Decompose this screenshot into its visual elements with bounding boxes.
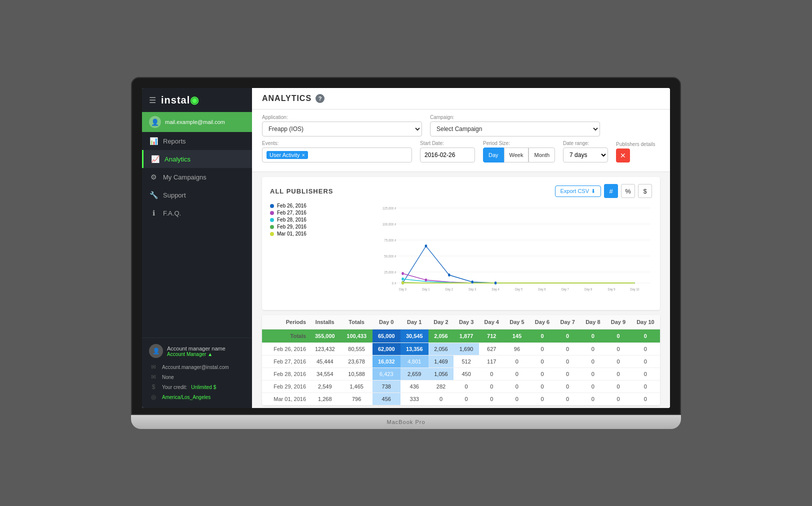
start-date-filter: Start Date: <box>420 140 475 162</box>
period-label: Feb 29, 2016 <box>262 380 309 393</box>
sidebar-item-support[interactable]: 🔧 Support <box>142 186 252 204</box>
application-select[interactable]: Freapp (IOS) <box>262 122 422 136</box>
svg-point-25 <box>448 274 450 276</box>
day6-value: 0 <box>530 356 555 368</box>
day1-value: 4,801 <box>400 356 428 368</box>
day10-value: 0 <box>631 380 660 393</box>
user-icon: 👤 <box>149 116 161 128</box>
export-csv-button[interactable]: Export CSV ⬇ <box>555 186 601 197</box>
period-day-button[interactable]: Day <box>483 148 504 162</box>
timezone-icon: ◎ <box>149 394 158 400</box>
day4-value: 0 <box>479 380 504 393</box>
col-day2: Day 2 <box>428 315 454 330</box>
sidebar-item-faq[interactable]: ℹ F.A.Q. <box>142 204 252 222</box>
application-label: Application: <box>262 114 422 120</box>
svg-point-27 <box>494 282 497 284</box>
day1-value: 333 <box>400 393 428 406</box>
sidebar: ☰ instal◉ 👤 mail.example@mail.com 📊 Repo… <box>142 88 252 408</box>
svg-text:100,000 #: 100,000 # <box>382 222 396 226</box>
day2-value: 1,469 <box>428 356 454 368</box>
col-day5: Day 5 <box>504 315 530 330</box>
day9-value: 0 <box>606 380 631 393</box>
svg-point-26 <box>471 280 474 284</box>
installs-value: 2,549 <box>309 380 340 393</box>
day8-value: 0 <box>580 368 606 380</box>
day10-value: 0 <box>631 343 660 356</box>
totals-value: 80,555 <box>340 343 372 356</box>
account-manager-sub: Account Manager ▲ <box>167 352 226 357</box>
legend-item-2: Feb 28, 2016 <box>270 217 316 222</box>
table-section: Periods Installs Totals Day 0 Day 1 Day … <box>262 315 660 406</box>
day10-value: 0 <box>631 356 660 368</box>
user-section[interactable]: 👤 mail.example@mail.com <box>142 112 252 132</box>
legend-item-3: Feb 29, 2016 <box>270 224 316 230</box>
sidebar-footer: 👤 Account manager name Account Manager ▲… <box>142 338 252 408</box>
col-day10: Day 10 <box>631 315 660 330</box>
event-tag: User Activity × <box>266 151 308 159</box>
start-date-label: Start Date: <box>420 140 475 146</box>
hamburger-icon[interactable]: ☰ <box>149 96 156 105</box>
dollar-view-button[interactable]: $ <box>638 184 652 198</box>
period-buttons: Day Week Month <box>483 148 555 162</box>
svg-point-28 <box>402 272 404 275</box>
col-day0: Day 0 <box>372 315 400 330</box>
start-date-input[interactable] <box>420 148 475 162</box>
period-label: Mar 01, 2016 <box>262 393 309 406</box>
legend-label-4: Mar 01, 2016 <box>277 231 306 236</box>
support-icon: 🔧 <box>149 191 158 199</box>
day6-value: 0 <box>530 343 555 356</box>
svg-text:Day 2: Day 2 <box>446 287 453 292</box>
day10-value: 0 <box>631 393 660 406</box>
day9-value: 0 <box>606 343 631 356</box>
sidebar-header: ☰ instal◉ <box>142 88 252 112</box>
chart-actions: Export CSV ⬇ # % $ <box>555 184 652 198</box>
day4-value: 0 <box>479 368 504 380</box>
sidebar-item-label: Analytics <box>164 156 190 163</box>
svg-text:75,000 #: 75,000 # <box>384 238 396 242</box>
help-icon[interactable]: ? <box>316 94 324 103</box>
svg-text:125,000 #: 125,000 # <box>382 206 396 210</box>
day1-value: 2,659 <box>400 368 428 380</box>
col-day9: Day 9 <box>606 315 631 330</box>
phone-icon: ✉ <box>149 374 158 380</box>
svg-point-24 <box>424 244 427 248</box>
totals-total: 100,433 <box>340 330 372 343</box>
installs-value: 45,444 <box>309 356 340 368</box>
events-input[interactable]: User Activity × <box>262 148 412 162</box>
svg-text:Day 8: Day 8 <box>584 287 592 292</box>
chart-line-0 <box>402 246 634 283</box>
sidebar-item-analytics[interactable]: 📈 Analytics <box>142 150 252 168</box>
col-day1: Day 1 <box>400 315 428 330</box>
date-range-label: Date range: <box>563 140 608 146</box>
totals-installs: 355,000 <box>309 330 340 343</box>
col-installs: Installs <box>309 315 340 330</box>
day8-value: 0 <box>580 343 606 356</box>
day8-value: 0 <box>580 393 606 406</box>
day7-value: 0 <box>555 380 580 393</box>
day0-value: 738 <box>372 380 400 393</box>
period-week-button[interactable]: Week <box>504 148 529 162</box>
col-periods: Periods <box>262 315 309 330</box>
day4-value: 0 <box>479 393 504 406</box>
legend-dot-4 <box>270 232 274 236</box>
date-range-select[interactable]: 7 days 14 days 30 days <box>563 148 608 162</box>
totals-day7: 0 <box>555 330 580 343</box>
day9-value: 0 <box>606 356 631 368</box>
campaign-select[interactable]: Select Campaign <box>430 122 600 136</box>
day2-value: 1,056 <box>428 368 454 380</box>
email-icon: ✉ <box>149 364 158 370</box>
svg-text:Day 0: Day 0 <box>399 287 406 292</box>
day3-value: 0 <box>454 393 479 406</box>
clear-button[interactable]: ✕ <box>616 148 630 162</box>
account-info: Account manager name Account Manager ▲ <box>167 346 226 357</box>
hash-view-button[interactable]: # <box>604 184 618 198</box>
day3-value: 1,690 <box>454 343 479 356</box>
period-month-button[interactable]: Month <box>528 148 555 162</box>
percent-view-button[interactable]: % <box>621 184 635 198</box>
sidebar-item-reports[interactable]: 📊 Reports <box>142 132 252 150</box>
sidebar-item-campaigns[interactable]: ⚙ My Campaigns <box>142 168 252 186</box>
totals-day4: 712 <box>479 330 504 343</box>
filters-bar: Application: Freapp (IOS) Campaign: Sele… <box>252 110 670 172</box>
day4-value: 627 <box>479 343 504 356</box>
totals-day1: 30,545 <box>400 330 428 343</box>
